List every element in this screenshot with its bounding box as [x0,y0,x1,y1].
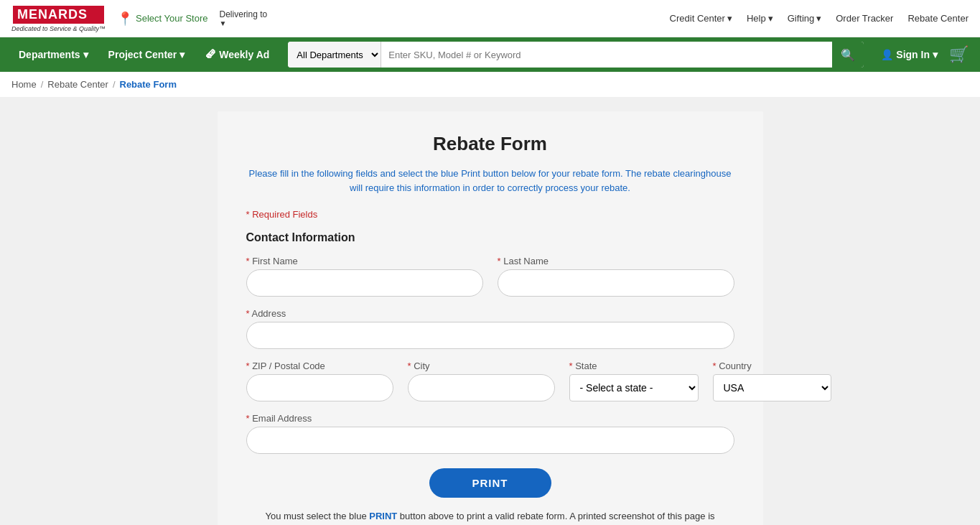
name-row: * First Name * Last Name [246,256,734,297]
first-name-label: * First Name [246,256,483,266]
address-label: * Address [246,308,734,319]
logo: MENARDS [11,4,106,25]
top-bar-left: MENARDS Dedicated to Service & Quality™ … [11,4,267,32]
departments-label: Departments [19,49,80,60]
sign-in-button[interactable]: 👤 Sign In ▾ [875,49,943,60]
required-star: * [408,361,414,371]
breadcrumb-sep: / [41,79,44,90]
email-label: * Email Address [246,413,734,424]
last-name-label: * Last Name [498,256,734,266]
chevron-down-icon: ▾ [727,13,732,24]
last-name-input[interactable] [498,269,734,297]
breadcrumb-current: Rebate Form [120,79,177,90]
required-star: * [569,361,576,371]
state-label: * State [569,361,699,371]
chevron-down-icon: ▾ [933,49,938,60]
gifting-link[interactable]: Gifting ▾ [788,13,822,24]
required-star: * [498,256,504,266]
zip-label: * ZIP / Postal Code [246,361,393,371]
required-note: * Required Fields [246,209,734,220]
required-star: * [246,361,253,371]
zip-group: * ZIP / Postal Code [246,361,393,401]
location-row: * ZIP / Postal Code * City * State - [246,361,734,401]
chevron-down-icon: ▾ [768,13,773,24]
weekly-ad-label: Weekly Ad [219,49,269,60]
project-center-button[interactable]: Project Center ▾ [101,37,192,72]
city-group: * City [408,361,555,401]
chevron-down-icon: ▾ [816,13,821,24]
nav-bar: Departments ▾ Project Center ▾ 🗞 Weekly … [0,37,980,72]
order-tracker-link[interactable]: Order Tracker [836,13,893,24]
help-link[interactable]: Help ▾ [747,13,773,24]
breadcrumb-rebate-center[interactable]: Rebate Center [47,79,108,90]
delivering-chevron-icon: ▼ [220,19,268,27]
print-note-emphasis: PRINT [369,511,397,521]
city-input[interactable] [408,374,555,401]
state-group: * State - Select a state - [569,361,699,401]
email-input[interactable] [246,427,734,454]
delivering-label: Delivering to [220,9,268,19]
logo-tagline: Dedicated to Service & Quality™ [11,25,106,32]
top-bar-right: Credit Center ▾ Help ▾ Gifting ▾ Order T… [670,13,969,24]
form-card: Rebate Form Please fill in the following… [218,111,763,525]
search-button[interactable]: 🔍 [832,42,864,68]
breadcrumb-sep: / [113,79,116,90]
country-group: * Country USA [713,361,831,401]
first-name-group: * First Name [246,256,483,297]
required-star: * [713,361,719,371]
city-label: * City [408,361,555,371]
departments-button[interactable]: Departments ▾ [11,37,95,72]
section-title: Contact Information [246,231,734,244]
address-row: * Address [246,308,734,349]
search-container: All Departments 🔍 [288,42,864,68]
print-button[interactable]: PRINT [429,468,551,498]
required-star: * [246,413,253,424]
country-label: * Country [713,361,831,371]
weekly-ad-button[interactable]: 🗞 Weekly Ad [197,37,276,72]
form-title: Rebate Form [246,133,734,155]
country-select[interactable]: USA [713,374,831,401]
zip-input[interactable] [246,374,393,401]
user-icon: 👤 [881,49,893,60]
chevron-down-icon: ▾ [179,49,185,60]
credit-center-link[interactable]: Credit Center ▾ [670,13,732,24]
required-star: * [246,256,253,266]
delivering-to[interactable]: Delivering to ▼ [220,9,268,27]
state-select[interactable]: - Select a state - [569,374,699,401]
email-group: * Email Address [246,413,734,454]
weekly-ad-icon: 🗞 [205,48,216,61]
top-bar: MENARDS Dedicated to Service & Quality™ … [0,0,980,37]
main-content: Rebate Form Please fill in the following… [0,97,980,525]
first-name-input[interactable] [246,269,483,297]
email-row: * Email Address [246,413,734,454]
chevron-down-icon: ▾ [83,49,88,60]
breadcrumb-home[interactable]: Home [11,79,37,90]
sign-in-label: Sign In [896,49,930,60]
project-center-label: Project Center [108,49,177,60]
search-input[interactable] [381,42,832,68]
breadcrumb: Home / Rebate Center / Rebate Form [0,72,980,97]
address-input[interactable] [246,322,734,349]
form-subtitle: Please fill in the following fields and … [246,167,734,195]
department-select[interactable]: All Departments [288,42,381,68]
store-selector[interactable]: 📍 Select Your Store [117,11,207,27]
rebate-center-link[interactable]: Rebate Center [907,13,969,24]
last-name-group: * Last Name [498,256,734,297]
logo-area: MENARDS Dedicated to Service & Quality™ [11,4,106,32]
address-group: * Address [246,308,734,349]
location-pin-icon: 📍 [117,11,133,27]
store-selector-label: Select Your Store [136,13,207,24]
cart-button[interactable]: 🛒 [949,45,969,64]
print-note: You must select the blue PRINT button ab… [246,509,734,525]
